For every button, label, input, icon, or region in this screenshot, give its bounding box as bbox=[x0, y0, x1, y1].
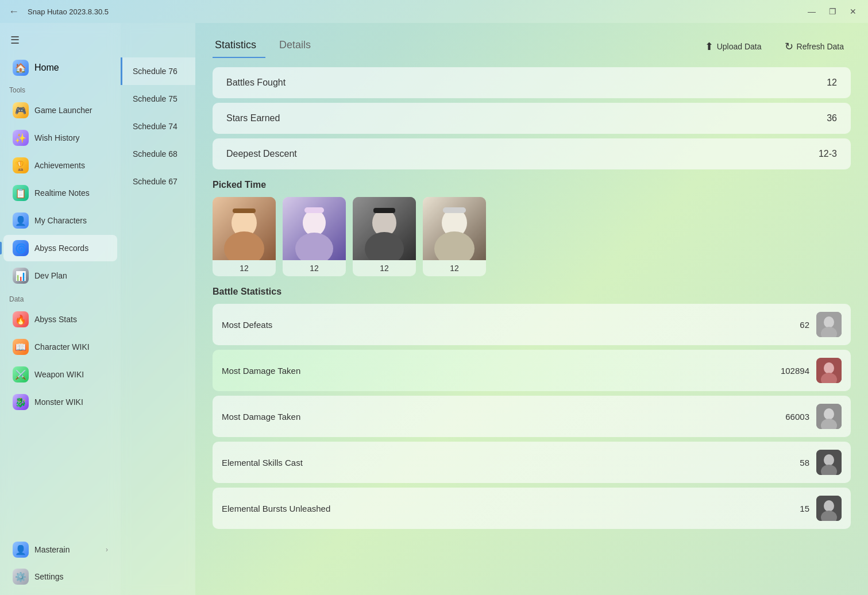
most-damage-taken-1-avatar bbox=[816, 358, 842, 383]
most-defeats-avatar bbox=[816, 312, 842, 337]
schedule-item-76[interactable]: Schedule 76 bbox=[121, 57, 195, 85]
most-damage-taken-2-label: Most Damage Taken bbox=[222, 412, 300, 422]
tab-statistics[interactable]: Statistics bbox=[213, 34, 265, 58]
game-launcher-label: Game Launcher bbox=[34, 106, 92, 115]
most-defeats-label: Most Defeats bbox=[222, 320, 272, 330]
main-content: Statistics Details ⬆ Upload Data ↻ Refre… bbox=[195, 23, 868, 595]
upload-data-button[interactable]: ⬆ Upload Data bbox=[698, 37, 769, 56]
sidebar-item-weapon-wiki[interactable]: ⚔️ Weapon WIKI bbox=[3, 361, 117, 388]
char-card-3: 12 bbox=[423, 197, 486, 276]
most-damage-taken-2-value: 66003 bbox=[785, 412, 809, 422]
monster-wiki-icon: 🐉 bbox=[13, 394, 29, 410]
refresh-data-button[interactable]: ↻ Refresh Data bbox=[778, 37, 851, 56]
sidebar-item-wish-history[interactable]: ✨ Wish History bbox=[3, 125, 117, 151]
tabs: Statistics Details bbox=[213, 34, 331, 58]
monster-wiki-label: Monster WIKI bbox=[34, 397, 83, 407]
picked-time-title: Picked Time bbox=[213, 180, 851, 190]
tools-section-label: Tools bbox=[0, 80, 121, 96]
my-characters-icon: 👤 bbox=[13, 212, 29, 229]
char-image-3 bbox=[423, 197, 486, 260]
sidebar-item-monster-wiki[interactable]: 🐉 Monster WIKI bbox=[3, 389, 117, 415]
char-count-0: 12 bbox=[236, 260, 252, 276]
battle-stat-elemental-skills: Elemental Skills Cast 58 bbox=[213, 442, 851, 483]
top-actions: ⬆ Upload Data ↻ Refresh Data bbox=[698, 37, 851, 56]
svg-point-26 bbox=[824, 454, 834, 466]
sidebar-item-abyss-stats[interactable]: 🔥 Abyss Stats bbox=[3, 306, 117, 333]
stat-battles-fought: Battles Fought 12 bbox=[213, 67, 851, 98]
battle-statistics-title: Battle Statistics bbox=[213, 287, 851, 297]
weapon-wiki-icon: ⚔️ bbox=[13, 366, 29, 382]
settings-icon: ⚙️ bbox=[13, 569, 29, 585]
deepest-descent-label: Deepest Descent bbox=[226, 149, 297, 159]
menu-toggle-button[interactable]: ☰ bbox=[5, 30, 25, 51]
most-damage-taken-2-avatar bbox=[816, 404, 842, 429]
battles-fought-label: Battles Fought bbox=[226, 78, 286, 88]
settings-label: Settings bbox=[34, 572, 64, 581]
schedule-item-74[interactable]: Schedule 74 bbox=[121, 113, 195, 140]
stat-deepest-descent: Deepest Descent 12-3 bbox=[213, 138, 851, 169]
user-avatar-icon: 👤 bbox=[13, 542, 29, 558]
schedule-item-75[interactable]: Schedule 75 bbox=[121, 85, 195, 113]
sidebar-item-abyss-records[interactable]: 🌀 Abyss Records bbox=[3, 235, 117, 261]
weapon-wiki-label: Weapon WIKI bbox=[34, 370, 84, 379]
char-card-0: 12 bbox=[213, 197, 276, 276]
svg-point-23 bbox=[824, 408, 834, 420]
sidebar-item-user[interactable]: 👤 Masterain › bbox=[3, 536, 117, 563]
stars-earned-value: 36 bbox=[827, 113, 837, 123]
schedule-item-68[interactable]: Schedule 68 bbox=[121, 140, 195, 168]
sidebar-item-home[interactable]: 🏠 Home bbox=[3, 55, 117, 80]
close-button[interactable]: ✕ bbox=[845, 3, 861, 20]
chevron-right-icon: › bbox=[106, 546, 108, 554]
char-card-2: 12 bbox=[353, 197, 416, 276]
schedule-panel: Schedule 76 Schedule 75 Schedule 74 Sche… bbox=[121, 23, 195, 595]
abyss-records-label: Abyss Records bbox=[34, 244, 88, 253]
back-button[interactable]: ← bbox=[7, 5, 21, 18]
picked-time-grid: 12 12 bbox=[213, 197, 851, 276]
upload-icon: ⬆ bbox=[705, 40, 713, 53]
deepest-descent-value: 12-3 bbox=[819, 149, 837, 159]
most-damage-taken-1-value: 102894 bbox=[781, 366, 809, 376]
char-count-1: 12 bbox=[306, 260, 322, 276]
maximize-button[interactable]: ❐ bbox=[824, 3, 840, 20]
most-defeats-value: 62 bbox=[800, 320, 809, 330]
sidebar-item-dev-plan[interactable]: 📊 Dev Plan bbox=[3, 262, 117, 289]
character-wiki-label: Character WIKI bbox=[34, 342, 90, 351]
home-icon: 🏠 bbox=[13, 60, 29, 76]
elemental-bursts-avatar bbox=[816, 496, 842, 521]
sidebar-item-settings[interactable]: ⚙️ Settings bbox=[3, 563, 117, 590]
stat-stars-earned: Stars Earned 36 bbox=[213, 103, 851, 134]
elemental-bursts-value: 15 bbox=[800, 504, 809, 513]
minimize-button[interactable]: — bbox=[804, 3, 820, 20]
battles-fought-value: 12 bbox=[827, 78, 837, 88]
wish-history-label: Wish History bbox=[34, 133, 80, 142]
svg-rect-3 bbox=[233, 208, 256, 213]
wish-history-icon: ✨ bbox=[13, 130, 29, 146]
achievements-label: Achievements bbox=[34, 161, 85, 170]
tab-details[interactable]: Details bbox=[277, 34, 320, 58]
char-image-2 bbox=[353, 197, 416, 260]
schedule-item-67[interactable]: Schedule 67 bbox=[121, 168, 195, 195]
sidebar-item-my-characters[interactable]: 👤 My Characters bbox=[3, 207, 117, 234]
sidebar-item-character-wiki[interactable]: 📖 Character WIKI bbox=[3, 334, 117, 360]
sidebar-item-game-launcher[interactable]: 🎮 Game Launcher bbox=[3, 97, 117, 123]
abyss-stats-icon: 🔥 bbox=[13, 311, 29, 327]
most-damage-taken-1-label: Most Damage Taken bbox=[222, 366, 300, 376]
svg-rect-7 bbox=[304, 207, 324, 213]
char-card-1: 12 bbox=[283, 197, 346, 276]
top-bar: Statistics Details ⬆ Upload Data ↻ Refre… bbox=[213, 34, 851, 58]
svg-rect-11 bbox=[373, 208, 395, 213]
elemental-skills-avatar bbox=[816, 450, 842, 475]
sidebar-item-realtime-notes[interactable]: 📋 Realtime Notes bbox=[3, 180, 117, 206]
battle-stat-most-defeats: Most Defeats 62 bbox=[213, 304, 851, 345]
app-title: Snap Hutao 2023.8.30.5 bbox=[28, 7, 797, 16]
svg-rect-15 bbox=[443, 207, 466, 213]
character-wiki-icon: 📖 bbox=[13, 339, 29, 355]
sidebar: ☰ 🏠 Home Tools 🎮 Game Launcher ✨ Wish Hi… bbox=[0, 23, 121, 595]
char-count-2: 12 bbox=[376, 260, 392, 276]
battle-stat-most-damage-taken-1: Most Damage Taken 102894 bbox=[213, 350, 851, 391]
sidebar-bottom: 👤 Masterain › ⚙️ Settings bbox=[0, 536, 121, 590]
realtime-notes-icon: 📋 bbox=[13, 185, 29, 201]
sidebar-item-achievements[interactable]: 🏆 Achievements bbox=[3, 152, 117, 179]
realtime-notes-label: Realtime Notes bbox=[34, 188, 90, 198]
dev-plan-icon: 📊 bbox=[13, 268, 29, 284]
